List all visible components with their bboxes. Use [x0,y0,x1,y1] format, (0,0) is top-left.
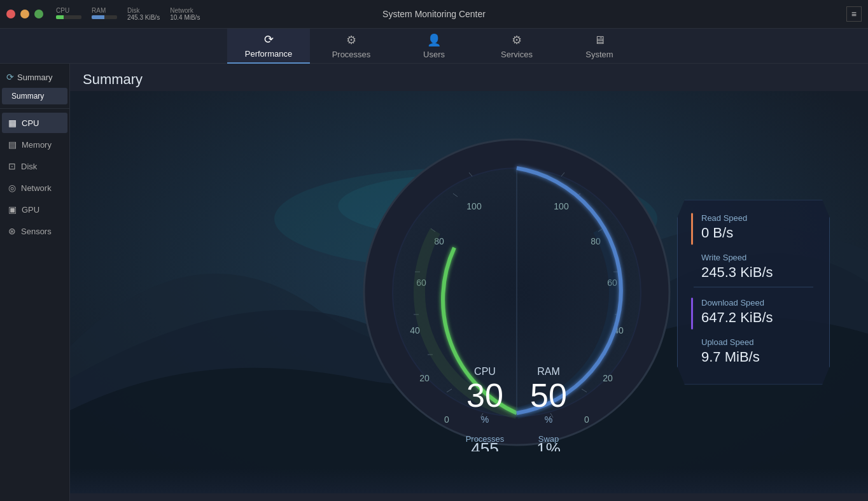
svg-text:455: 455 [471,439,498,451]
sidebar-item-summary[interactable]: Summary [2,88,67,104]
cpu-stat-bar [56,15,81,19]
sidebar-item-memory[interactable]: ▤ Memory [2,134,67,155]
tab-system[interactable]: 🖥 System [558,29,641,64]
svg-text:%: % [481,414,489,425]
svg-text:30: 30 [466,377,503,414]
svg-text:20: 20 [419,373,430,383]
svg-text:100: 100 [554,201,569,211]
tab-performance-label: Performance [245,49,292,59]
read-speed-value: 0 B/s [701,225,813,241]
ram-stat: RAM [92,7,117,21]
disk-stat: Disk 245.3 KiB/s [127,7,160,21]
sidebar-summary-subitem-label: Summary [11,92,44,101]
page-title: Summary [70,64,868,91]
tab-bar: ⟳ Performance ⚙ Processes 👤 Users ⚙ Serv… [0,29,868,64]
dual-gauge: 0 20 40 60 80 100 0 20 40 60 80 100 [358,133,676,451]
disk-stat-value: 245.3 KiB/s [127,14,160,21]
tab-users[interactable]: 👤 Users [393,29,475,64]
download-speed-row: Download Speed 647.2 KiB/s [701,298,813,326]
tab-users-label: Users [423,50,445,59]
download-speed-value: 647.2 KiB/s [701,309,813,326]
read-speed-label: Read Speed [701,213,813,223]
sidebar-item-gpu[interactable]: ▣ GPU [2,199,67,220]
services-icon: ⚙ [512,33,522,47]
svg-text:RAM: RAM [537,366,560,377]
upload-speed-label: Upload Speed [701,337,813,347]
svg-text:%: % [545,414,552,425]
close-button[interactable] [6,10,15,18]
tab-system-label: System [585,50,613,59]
sidebar-disk-label: Disk [21,162,37,171]
network-stat-label: Network [170,7,193,14]
cpu-stat-bar-fill [56,15,64,19]
menu-button[interactable]: ≡ [846,6,862,22]
window-controls [6,10,43,18]
app-title: System Monitoring Center [382,9,486,19]
sidebar: ⟳ Summary Summary ▦ CPU ▤ Memory ⊡ Disk … [0,64,70,501]
network-speeds-section: Download Speed 647.2 KiB/s Upload Speed … [694,298,813,365]
tab-processes[interactable]: ⚙ Processes [310,29,393,64]
tab-services-label: Services [501,50,533,59]
sensors-icon: ⊛ [8,226,16,236]
ram-stat-bar [92,15,117,19]
maximize-button[interactable] [34,10,43,18]
titlebar-stats: CPU RAM Disk 245.3 KiB/s Network 10.4 Mi… [56,7,200,21]
network-icon: ◎ [8,183,16,193]
svg-text:100: 100 [466,201,482,211]
system-icon: 🖥 [594,34,605,47]
content-area: Summary [70,64,868,501]
sidebar-item-sensors[interactable]: ⊛ Sensors [2,221,67,241]
upload-speed-row: Upload Speed 9.7 MiB/s [701,337,813,365]
cpu-icon: ▦ [8,118,17,128]
svg-text:50: 50 [530,377,567,414]
disk-icon: ⊡ [8,161,16,171]
sidebar-item-cpu[interactable]: ▦ CPU [2,113,67,133]
write-speed-label: Write Speed [701,253,813,262]
svg-text:0: 0 [584,414,589,425]
tab-processes-label: Processes [332,50,371,59]
sidebar-cpu-label: CPU [22,118,39,128]
disk-speeds-section: Read Speed 0 B/s Write Speed 245.3 KiB/s [694,213,813,281]
sidebar-item-disk[interactable]: ⊡ Disk [2,156,67,176]
gpu-icon: ▣ [8,204,17,215]
users-icon: 👤 [427,33,441,47]
gauge-svg: 0 20 40 60 80 100 0 20 40 60 80 100 [358,133,676,451]
network-stat-value: 10.4 MiB/s [170,14,200,21]
ram-stat-bar-fill [92,15,104,19]
disk-indicator-bar [691,213,693,245]
main-area: ⟳ Summary Summary ▦ CPU ▤ Memory ⊡ Disk … [0,64,868,501]
svg-text:20: 20 [603,373,613,383]
sidebar-gpu-label: GPU [22,205,39,215]
svg-text:CPU: CPU [474,366,496,377]
bottom-tray [70,468,868,493]
upload-speed-value: 9.7 MiB/s [701,349,813,365]
tab-performance[interactable]: ⟳ Performance [227,29,310,64]
processes-icon: ⚙ [346,33,356,47]
download-speed-label: Download Speed [701,298,813,307]
write-speed-row: Write Speed 245.3 KiB/s [701,253,813,281]
performance-icon: ⟳ [264,32,274,46]
sidebar-memory-label: Memory [22,140,52,150]
svg-text:1%: 1% [536,439,561,451]
sidebar-divider [0,108,69,109]
cpu-stat-label: CPU [56,7,69,14]
sidebar-sensors-label: Sensors [21,227,52,236]
write-speed-value: 245.3 KiB/s [701,264,813,281]
minimize-button[interactable] [20,10,29,18]
tab-services[interactable]: ⚙ Services [475,29,558,64]
info-divider [694,287,813,288]
gauge-area: 0 20 40 60 80 100 0 20 40 60 80 100 [70,91,868,493]
read-speed-row: Read Speed 0 B/s [701,213,813,241]
sidebar-summary-label: Summary [17,73,53,82]
svg-text:0: 0 [444,414,449,425]
network-stat: Network 10.4 MiB/s [170,7,200,21]
sidebar-network-label: Network [21,183,52,193]
info-panel: Read Speed 0 B/s Write Speed 245.3 KiB/s… [677,200,830,385]
memory-icon: ▤ [8,139,17,150]
network-indicator-bar [691,298,693,330]
sidebar-summary-header[interactable]: ⟳ Summary [0,67,69,87]
sidebar-item-network[interactable]: ◎ Network [2,178,67,198]
cpu-stat: CPU [56,7,81,21]
titlebar: CPU RAM Disk 245.3 KiB/s Network 10.4 Mi… [0,0,868,29]
summary-icon: ⟳ [6,72,14,82]
